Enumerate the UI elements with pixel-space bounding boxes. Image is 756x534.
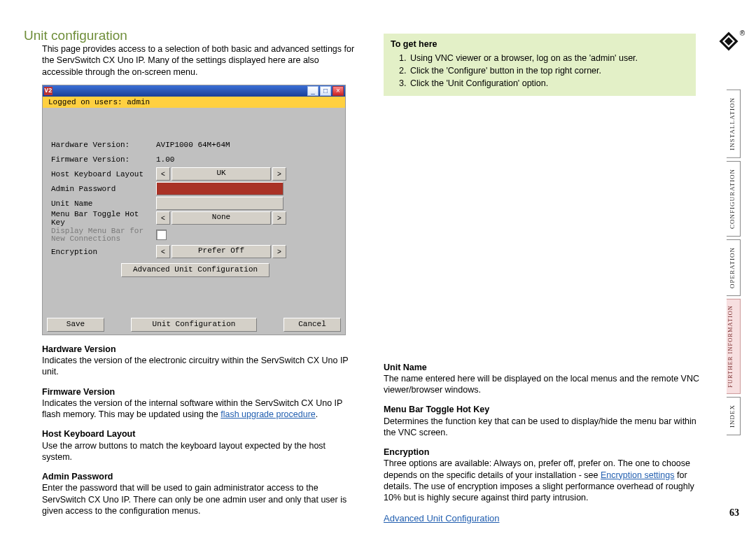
display-menubar-label: Display Menu Bar for New Connections <box>47 227 156 243</box>
encryption-settings-link[interactable]: Encryption settings <box>601 470 675 480</box>
section-admin-password: Admin Password Enter the password that w… <box>42 471 357 517</box>
help-step: Click the 'Unit Configuration' option. <box>409 77 689 90</box>
hw-version-label: Hardware Version: <box>47 141 156 149</box>
admin-password-field[interactable] <box>156 182 284 195</box>
maximize-icon[interactable]: □ <box>320 86 331 96</box>
to-get-here-box: To get here Using VNC viewer or a browse… <box>384 34 696 96</box>
section-unit-name: Unit Name The name entered here will be … <box>384 362 706 396</box>
flash-upgrade-link[interactable]: flash upgrade procedure <box>220 409 316 419</box>
tab-index[interactable]: INDEX <box>727 397 741 435</box>
encryption-prev-button[interactable]: < <box>156 245 170 258</box>
hotkey-prev-button[interactable]: < <box>156 211 170 225</box>
kb-prev-button[interactable]: < <box>156 167 170 181</box>
section-menu-bar-hotkey: Menu Bar Toggle Hot Key Determines the f… <box>384 404 706 438</box>
encryption-value: Prefer Off <box>172 245 271 258</box>
hotkey-next-button[interactable]: > <box>272 211 286 225</box>
tab-operation[interactable]: OPERATION <box>727 239 741 296</box>
fw-version-value: 1.00 <box>156 155 268 164</box>
vnc-app-icon: V2 <box>44 87 52 95</box>
kb-layout-label: Host Keyboard Layout <box>47 170 156 178</box>
section-hardware-version: Hardware Version Indicates the version o… <box>42 344 357 378</box>
minimize-icon[interactable]: _ <box>307 86 318 96</box>
help-step: Click the 'Configure' button in the top … <box>409 64 689 77</box>
fw-version-label: Firmware Version: <box>47 155 156 164</box>
window-title-label: Unit Configuration <box>131 318 257 332</box>
admin-password-label: Admin Password <box>47 185 156 193</box>
unit-name-field[interactable] <box>156 197 284 210</box>
display-menubar-checkbox[interactable] <box>156 230 167 240</box>
hw-version-value: AVIP1000 64M+64M <box>156 141 268 149</box>
titlebar: V2 _ □ × <box>43 85 345 97</box>
save-button[interactable]: Save <box>47 318 104 332</box>
advanced-unit-config-link[interactable]: Advanced Unit Configuration <box>384 513 500 524</box>
page-number: 63 <box>729 507 739 519</box>
encryption-label: Encryption <box>47 248 156 256</box>
cancel-button[interactable]: Cancel <box>284 318 341 332</box>
hotkey-value: None <box>172 211 271 225</box>
section-firmware-version: Firmware Version Indicates the version o… <box>42 386 357 421</box>
registered-mark: ® <box>740 29 745 37</box>
advanced-unit-config-button[interactable]: Advanced Unit Configuration <box>121 263 270 277</box>
help-step: Using VNC viewer or a browser, log on as… <box>409 52 689 64</box>
unit-name-label: Unit Name <box>47 199 156 208</box>
tab-installation[interactable]: INSTALLATION <box>727 90 741 158</box>
section-encryption: Encryption Three options are available: … <box>384 447 706 503</box>
brand-logo-icon <box>718 31 739 52</box>
section-host-keyboard-layout: Host Keyboard Layout Use the arrow butto… <box>42 428 357 463</box>
kb-layout-value: UK <box>172 167 271 181</box>
intro-text: This page provides access to a selection… <box>42 43 357 78</box>
tab-further-information[interactable]: FURTHER INFORMATION <box>727 299 741 394</box>
logged-on-banner: Logged on users: admin <box>43 97 345 108</box>
close-icon[interactable]: × <box>332 86 344 96</box>
tab-configuration[interactable]: CONFIGURATION <box>727 161 741 237</box>
hotkey-label: Menu Bar Toggle Hot Key <box>47 210 156 227</box>
encryption-next-button[interactable]: > <box>272 245 286 258</box>
vnc-window: V2 _ □ × Logged on users: admin Hardware… <box>42 85 346 335</box>
kb-next-button[interactable]: > <box>272 167 286 181</box>
side-nav-tabs: INSTALLATION CONFIGURATION OPERATION FUR… <box>727 90 741 435</box>
